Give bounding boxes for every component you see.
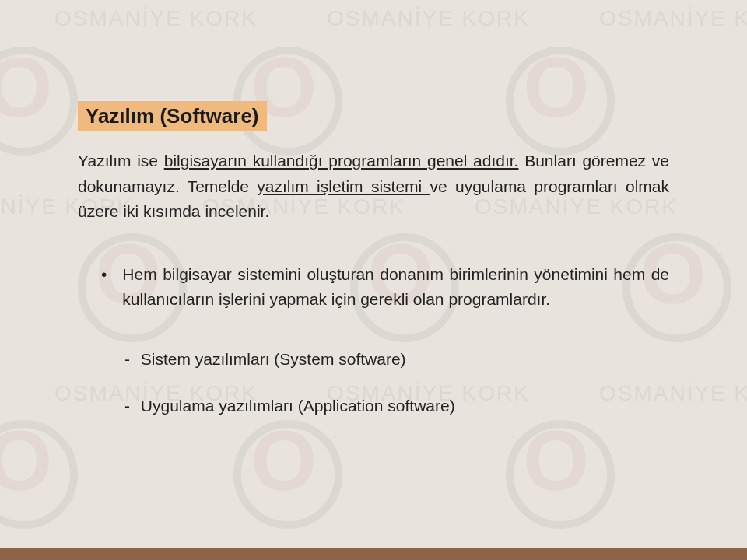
bullet-marker: • [101,262,107,313]
intro-paragraph: Yazılım ise bilgisayarın kullandığı prog… [78,149,669,225]
para-underline: bilgisayarın kullandığı programların gen… [164,152,519,170]
sub-text: Sistem yazılımları (System software) [141,350,406,368]
bullet-item: • Hem bilgisayar sistemini oluşturan don… [101,262,669,313]
slide-content: Yazılım (Software) Yazılım ise bilgisaya… [0,0,747,490]
sub-text: Uygulama yazılımları (Application softwa… [141,397,455,415]
slide-title: Yazılım (Software) [78,101,267,131]
sub-item-application: - Uygulama yazılımları (Application soft… [124,397,669,415]
footer-bar [0,548,747,560]
sub-item-system: - Sistem yazılımları (System software) [124,350,669,369]
dash-marker: - [124,397,130,415]
para-text: Yazılım ise [78,152,164,170]
para-underline: yazılım işletim sistemi [257,177,430,195]
bullet-text: Hem bilgisayar sistemini oluşturan donan… [122,262,669,313]
dash-marker: - [124,350,130,368]
